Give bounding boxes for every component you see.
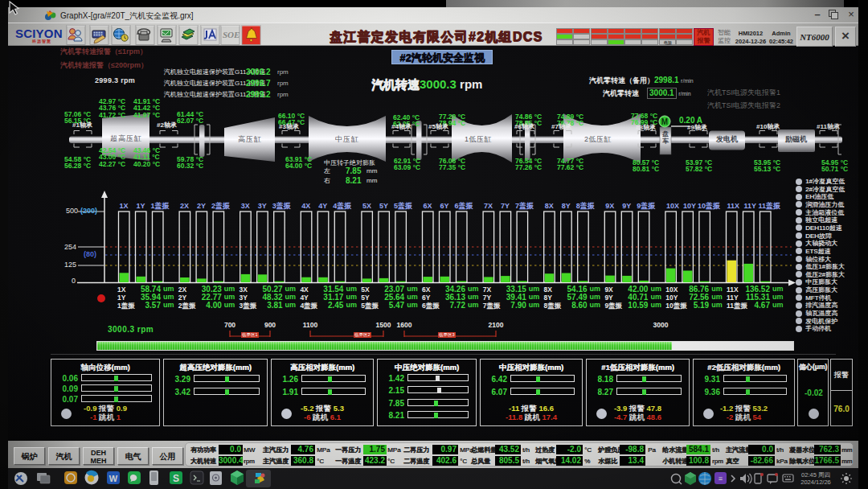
svg-text:M: M	[661, 117, 668, 126]
svg-text:≡: ≡	[719, 475, 723, 483]
svg-text:S: S	[173, 473, 179, 484]
svg-text:SOE: SOE	[223, 30, 240, 39]
svg-text:W: W	[109, 474, 118, 483]
